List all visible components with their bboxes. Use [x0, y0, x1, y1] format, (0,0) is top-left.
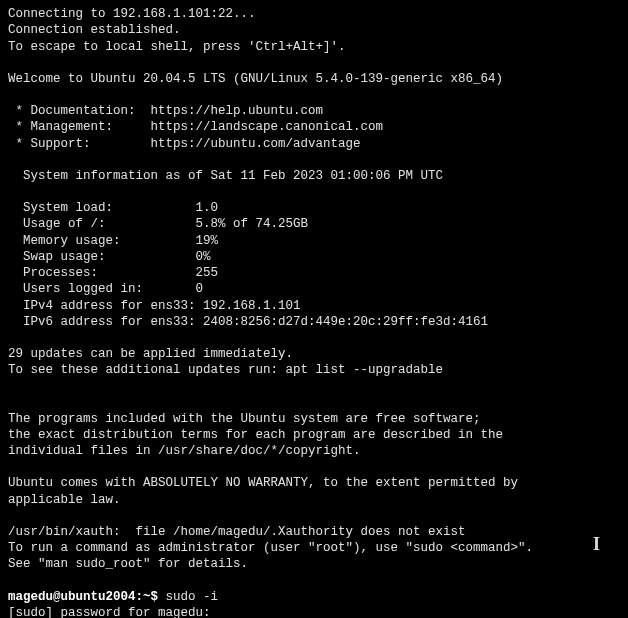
blank-line — [8, 184, 620, 200]
blank-line — [8, 459, 620, 475]
blank-line — [8, 330, 620, 346]
cmd-sudo: sudo -i — [166, 590, 219, 604]
blank-line — [8, 87, 620, 103]
sudo-hint2: See "man sudo_root" for details. — [8, 556, 620, 572]
updates-line1: 29 updates can be applied immediately. — [8, 346, 620, 362]
legal-line4: Ubuntu comes with ABSOLUTELY NO WARRANTY… — [8, 475, 620, 491]
welcome-banner: Welcome to Ubuntu 20.04.5 LTS (GNU/Linux… — [8, 71, 620, 87]
prompt-line-1: magedu@ubuntu2004:~$ sudo -i — [8, 589, 620, 605]
sysinfo-mem: Memory usage: 19% — [8, 233, 620, 249]
legal-line3: individual files in /usr/share/doc/*/cop… — [8, 443, 620, 459]
user-prompt: magedu@ubuntu2004:~$ — [8, 590, 166, 604]
blank-line — [8, 152, 620, 168]
xauth-warning: /usr/bin/xauth: file /home/magedu/.Xauth… — [8, 524, 620, 540]
sysinfo-users: Users logged in: 0 — [8, 281, 620, 297]
connecting-line: Connecting to 192.168.1.101:22... — [8, 6, 620, 22]
blank-line — [8, 508, 620, 524]
escape-hint: To escape to local shell, press 'Ctrl+Al… — [8, 39, 620, 55]
terminal-output[interactable]: Connecting to 192.168.1.101:22... Connec… — [8, 6, 620, 618]
updates-line2: To see these additional updates run: apt… — [8, 362, 620, 378]
blank-line — [8, 379, 620, 395]
legal-line2: the exact distribution terms for each pr… — [8, 427, 620, 443]
sysinfo-ipv6: IPv6 address for ens33: 2408:8256:d27d:4… — [8, 314, 620, 330]
support-link: * Support: https://ubuntu.com/advantage — [8, 136, 620, 152]
mgmt-link: * Management: https://landscape.canonica… — [8, 119, 620, 135]
blank-line — [8, 395, 620, 411]
legal-line5: applicable law. — [8, 492, 620, 508]
connection-established: Connection established. — [8, 22, 620, 38]
blank-line — [8, 573, 620, 589]
sysinfo-load: System load: 1.0 — [8, 200, 620, 216]
doc-link: * Documentation: https://help.ubuntu.com — [8, 103, 620, 119]
sudo-hint1: To run a command as administrator (user … — [8, 540, 620, 556]
sysinfo-swap: Swap usage: 0% — [8, 249, 620, 265]
sysinfo-procs: Processes: 255 — [8, 265, 620, 281]
legal-line1: The programs included with the Ubuntu sy… — [8, 411, 620, 427]
sysinfo-header: System information as of Sat 11 Feb 2023… — [8, 168, 620, 184]
sysinfo-usage: Usage of /: 5.8% of 74.25GB — [8, 216, 620, 232]
blank-line — [8, 55, 620, 71]
sysinfo-ipv4: IPv4 address for ens33: 192.168.1.101 — [8, 298, 620, 314]
sudo-password-prompt: [sudo] password for magedu: — [8, 605, 620, 618]
